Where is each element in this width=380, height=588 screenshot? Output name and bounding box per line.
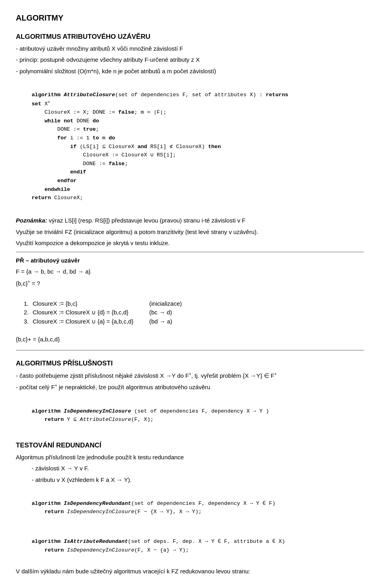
step-comment-2: (bc → d) [149,308,182,317]
section-heading-2: ALGORITMUS PŘÍSLUŠNOSTI [16,358,364,369]
example-result: {b,c}+ = {a,b,c,d} [16,335,364,344]
algorithm2-block: algorithm IsDependencyInClosure (set of … [32,398,364,432]
example-step-3: 3. ClosureX := ClosureX ∪ {a} = {a,b,c,d… [24,317,182,326]
note-line-1: Využije se triviální FZ (inicializace al… [16,228,364,237]
section-membership: ALGORITMUS PŘÍSLUŠNOSTI - často potřebuj… [16,358,364,392]
example-query: {b,c}+ = ? [16,279,364,288]
bullet-2: - princip: postupně odvozujeme všechny a… [16,55,364,65]
example-step-1: 1. ClosureX := {b,c} (inicializace) [24,299,182,308]
bullet-1: - atributový uzávěr množiny atributů X v… [16,44,364,53]
reduced-intro: V dalším výkladu nám bude užitečný algor… [16,567,364,576]
bullet-3: - polynomiální složitost (O(m*n), kde n … [16,67,364,76]
redundancy-intro: Algoritmus příslušnosti lze jednoduše po… [16,453,364,462]
alg4-signature: algorithm IsAttributeRedundant(set of de… [32,539,285,553]
membership-bullet-2: - počítat celý F+ je nepraktické, lze po… [16,382,364,392]
alg2-signature: algorithm IsDependencyInClosure (set of … [32,408,269,423]
note-block: Poznámka: výraz LS[i] (resp. RS[i]) před… [16,216,364,248]
note-line-2: Využití kompozice a dekompozice je skryt… [16,239,364,248]
example-f-set: F = {a → b, bc → d, bd → a} [16,267,364,276]
algorithm4-block: algorithm IsAttributeRedundant(set of de… [32,529,364,563]
step-text-2: ClosureX := ClosureX ∪ {d} = {b,c,d} [33,308,150,317]
algorithm1-block: algorithm AttributeClosure(set of depend… [32,82,364,211]
step-text-1: ClosureX := {b,c} [33,299,150,308]
section-reduced: V dalším výkladu nám bude užitečný algor… [16,567,364,576]
step-num-1: 1. [24,299,33,308]
membership-bullet-1: - často potřebujeme zjistit příslušnost … [16,371,364,381]
example-block: PŘ – atributový uzávěr F = {a → b, bc → … [16,252,364,351]
algorithm5-block: algorithm GetReducedAttributes(set of de… [32,582,364,588]
step-comment-1: (inicializace) [149,299,182,308]
dash-icon-2: - [16,56,19,63]
step-text-3: ClosureX := ClosureX ∪ {a} = {a,b,c,d} [33,317,150,326]
section-heading-1: ALGORITMUS ATRIBUTOVÉHO UZÁVĚRU [16,32,364,42]
algorithm3-block: algorithm IsDependencyRedundant(set of d… [32,491,364,525]
alg3-signature: algorithm IsDependencyRedundant(set of d… [32,500,276,515]
example-steps-table: 1. ClosureX := {b,c} (inicializace) 2. C… [24,299,182,326]
redundancy-sub-1: - závislosti X → Y v F. [32,464,364,473]
section-redundancy: TESTOVÁNÍ REDUNDANCÍ Algoritmus příslušn… [16,440,364,484]
step-num-2: 2. [24,308,33,317]
page-title: ALGORITMY [16,12,364,24]
note-text: Poznámka: výraz LS[i] (resp. RS[i]) před… [16,216,364,225]
step-comment-3: (bd → a) [149,317,182,326]
dash-icon-3: - [16,68,19,74]
alg1-signature: algorithm AttributeClosure(set of depend… [32,92,288,201]
step-num-3: 3. [24,317,33,326]
example-step-2: 2. ClosureX := ClosureX ∪ {d} = {b,c,d} … [24,308,182,317]
section-heading-3: TESTOVÁNÍ REDUNDANCÍ [16,440,364,451]
section-attribute-closure: ALGORITMUS ATRIBUTOVÉHO UZÁVĚRU - atribu… [16,32,364,76]
example-heading: PŘ – atributový uzávěr [16,256,364,265]
page-content: ALGORITMY ALGORITMUS ATRIBUTOVÉHO UZÁVĚR… [16,12,364,588]
dash-icon: - [16,45,19,52]
note-label: Poznámka: [16,217,47,224]
redundancy-sub-2: - atributu v X (vzhledem k F a X → Y). [32,476,364,485]
